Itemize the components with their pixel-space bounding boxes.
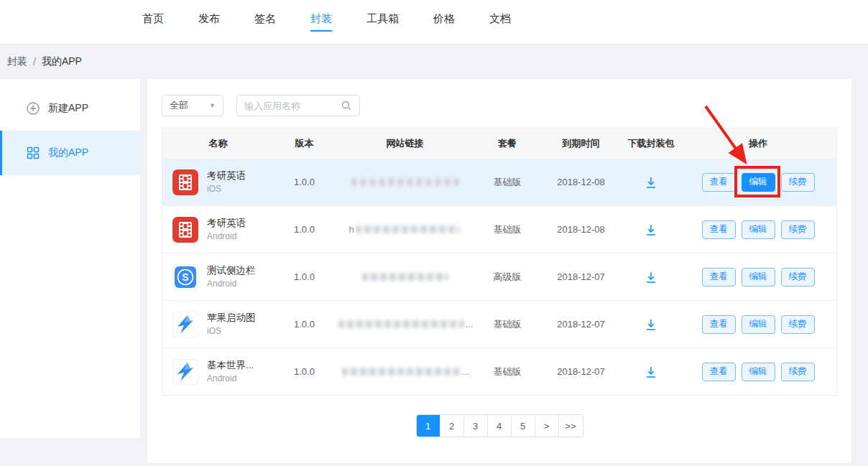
app-plan: 基础版 — [475, 348, 540, 395]
next-page-button[interactable]: > — [535, 415, 559, 437]
download-icon[interactable] — [644, 317, 658, 332]
column-header-actions: 操作 — [680, 129, 836, 159]
app-name: 考研英语 — [207, 169, 246, 182]
renew-button[interactable]: 续费 — [781, 268, 815, 286]
nav-item-toolbox[interactable]: 工具箱 — [366, 12, 399, 32]
grid-icon — [27, 146, 40, 159]
table-row: 基本世界... Android 1.0.0 ... 基础版 2018-12-07… — [162, 348, 836, 396]
url-fragment: ... — [466, 319, 474, 330]
app-version: 1.0.0 — [274, 301, 335, 348]
column-header-url: 网站链接 — [335, 129, 475, 159]
app-platform: Android — [207, 230, 246, 242]
blurred-url — [351, 178, 459, 186]
column-header-name: 名称 — [162, 129, 274, 159]
download-icon[interactable] — [644, 365, 658, 379]
app-version: 1.0.0 — [274, 348, 335, 395]
breadcrumb-current: 我的APP — [42, 55, 82, 68]
page-button-5[interactable]: 5 — [512, 415, 535, 437]
app-name: 考研英语 — [207, 217, 246, 230]
breadcrumb: 封装 / 我的APP — [0, 45, 868, 79]
sidebar-item-my-app[interactable]: 我的APP — [0, 131, 140, 175]
view-button[interactable]: 查看 — [702, 268, 736, 286]
app-plan: 基础版 — [475, 206, 540, 253]
page-button-4[interactable]: 4 — [488, 415, 512, 437]
edit-button[interactable]: 编辑 — [742, 315, 775, 334]
view-button[interactable]: 查看 — [702, 220, 736, 239]
edit-button[interactable]: 编辑 — [742, 268, 775, 286]
app-platform: Android — [207, 373, 254, 384]
breadcrumb-separator: / — [33, 56, 36, 67]
table-row: 苹果启动图 iOS 1.0.0 ... 基础版 2018-12-07 查看 — [162, 301, 836, 348]
app-expiry: 2018-12-07 — [540, 348, 622, 395]
edit-button[interactable]: 编辑 — [742, 220, 775, 239]
column-header-version: 版本 — [274, 129, 335, 159]
view-button[interactable]: 查看 — [702, 315, 736, 334]
s-app-icon: S — [172, 264, 198, 290]
url-fragment: h — [348, 224, 354, 235]
table-header: 名称 版本 网站链接 套餐 到期时间 下载封装包 操作 — [162, 129, 836, 159]
bird-app-icon — [172, 359, 198, 385]
plus-circle-icon — [27, 102, 40, 115]
breadcrumb-section[interactable]: 封装 — [7, 55, 27, 68]
blurred-url — [362, 273, 448, 281]
download-icon[interactable] — [644, 223, 658, 237]
app-platform: iOS — [207, 325, 256, 337]
filter-dropdown[interactable]: 全部 ▼ — [162, 95, 223, 116]
view-button[interactable]: 查看 — [702, 363, 736, 381]
table-row: 考研英语 Android 1.0.0 h 基础版 2018-12-08 查看 — [162, 206, 836, 253]
app-url-redacted: h — [335, 206, 475, 253]
nav-item-price[interactable]: 价格 — [433, 12, 455, 32]
blurred-url — [338, 320, 464, 328]
page-button-1[interactable]: 1 — [417, 415, 440, 437]
app-url-redacted: ... — [335, 348, 475, 395]
sidebar-item-new-app[interactable]: 新建APP — [0, 86, 140, 131]
renew-button[interactable]: 续费 — [781, 220, 815, 239]
sidebar: 新建APP 我的APP — [0, 79, 140, 438]
app-expiry: 2018-12-08 — [540, 159, 622, 205]
app-version: 1.0.0 — [274, 253, 335, 300]
nav-item-home[interactable]: 首页 — [142, 12, 164, 32]
app-platform: Android — [207, 278, 256, 289]
search-input[interactable] — [244, 101, 341, 111]
app-plan: 基础版 — [475, 159, 540, 205]
download-icon[interactable] — [644, 175, 658, 190]
column-header-download: 下载封装包 — [622, 129, 680, 159]
app-expiry: 2018-12-08 — [540, 206, 622, 253]
sidebar-item-label: 我的APP — [48, 146, 88, 159]
view-button[interactable]: 查看 — [702, 173, 736, 192]
blurred-url — [356, 225, 460, 233]
app-url-redacted — [335, 159, 475, 205]
last-page-button[interactable]: >> — [559, 415, 583, 437]
app-version: 1.0.0 — [274, 206, 335, 253]
column-header-expiry: 到期时间 — [540, 129, 622, 159]
app-table: 名称 版本 网站链接 套餐 到期时间 下载封装包 操作 考研英语 iOS — [162, 128, 837, 396]
app-url-redacted: ... — [335, 301, 475, 348]
app-name: 基本世界... — [207, 359, 254, 372]
table-row: 考研英语 iOS 1.0.0 基础版 2018-12-08 查看 — [162, 159, 836, 206]
film-app-icon — [172, 169, 198, 195]
download-icon[interactable] — [644, 270, 658, 284]
nav-item-docs[interactable]: 文档 — [489, 12, 511, 32]
bird-app-icon — [172, 312, 198, 337]
renew-button[interactable]: 续费 — [781, 315, 815, 334]
app-expiry: 2018-12-07 — [540, 301, 622, 348]
svg-text:S: S — [182, 271, 188, 283]
nav-item-package[interactable]: 封装 — [310, 12, 332, 32]
page-button-3[interactable]: 3 — [464, 415, 488, 437]
edit-button[interactable]: 编辑 — [742, 363, 775, 381]
nav-item-publish[interactable]: 发布 — [198, 12, 220, 32]
page-button-2[interactable]: 2 — [440, 415, 464, 437]
app-expiry: 2018-12-07 — [540, 253, 622, 300]
main-panel: 全部 ▼ 名称 版本 网站链接 套餐 到期时间 下载封装包 操作 — [147, 79, 851, 463]
renew-button[interactable]: 续费 — [781, 363, 815, 381]
search-icon[interactable] — [341, 100, 352, 111]
top-navigation: 首页 发布 签名 封装 工具箱 价格 文档 — [0, 0, 868, 45]
edit-button[interactable]: 编辑 — [742, 173, 775, 192]
app-name: 测试侧边栏 — [207, 264, 256, 277]
pagination: 1 2 3 4 5 > >> — [162, 414, 837, 437]
film-app-icon — [172, 217, 198, 243]
renew-button[interactable]: 续费 — [781, 173, 815, 192]
nav-item-signature[interactable]: 签名 — [254, 12, 276, 32]
toolbar: 全部 ▼ — [162, 95, 837, 116]
chevron-down-icon: ▼ — [209, 102, 216, 109]
